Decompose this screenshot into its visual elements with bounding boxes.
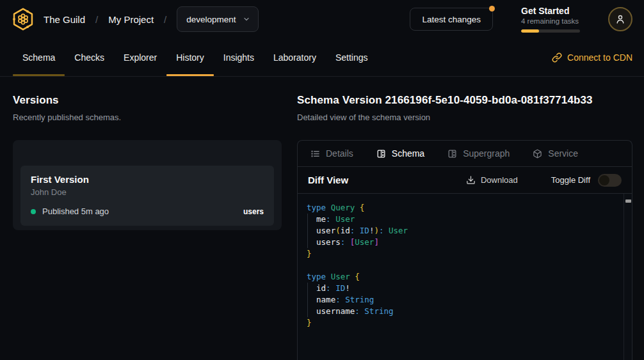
main-content: Versions Recently published schemas. Fir… — [0, 77, 644, 360]
versions-panel: Versions Recently published schemas. Fir… — [13, 94, 282, 360]
get-started-subtitle: 4 remaining tasks — [521, 17, 580, 25]
breadcrumb: The Guild / My Project / — [44, 14, 166, 25]
nav-tab-settings[interactable]: Settings — [326, 38, 378, 76]
version-list-item[interactable]: First Version John Doe Published 5m ago … — [20, 166, 274, 226]
latest-changes-label: Latest changes — [422, 15, 481, 24]
columns-icon — [376, 149, 386, 159]
download-button[interactable]: Download — [466, 175, 518, 185]
version-status-row: Published 5m ago users — [31, 207, 264, 216]
schema-detail-card: Details Schema Supergr — [297, 140, 632, 360]
indent-guide — [307, 283, 308, 317]
scrollbar-thumb[interactable] — [625, 200, 631, 203]
chevron-down-icon — [243, 15, 250, 23]
tab-supergraph[interactable]: Supergraph — [447, 148, 510, 159]
version-status: Published 5m ago — [42, 207, 109, 216]
target-selector-value: development — [186, 15, 236, 24]
toggle-knob — [599, 175, 609, 185]
nav-tab-checks[interactable]: Checks — [65, 38, 114, 76]
download-icon — [466, 175, 476, 185]
schema-code-view: type Query { me: User user(id: ID!): Use… — [298, 194, 632, 360]
progress-fill — [521, 29, 539, 33]
breadcrumb-org[interactable]: The Guild — [44, 14, 85, 25]
code-scrollbar[interactable] — [624, 194, 632, 360]
versions-list-card: First Version John Doe Published 5m ago … — [13, 140, 282, 230]
nav-tab-insights[interactable]: Insights — [214, 38, 264, 76]
hive-honeycomb-logo-icon[interactable] — [10, 6, 36, 32]
cube-icon — [533, 149, 542, 159]
nav-tab-explorer[interactable]: Explorer — [114, 38, 166, 76]
notification-dot — [489, 6, 495, 12]
list-icon — [310, 149, 320, 159]
get-started-widget[interactable]: Get Started 4 remaining tasks — [521, 6, 580, 33]
app-header: The Guild / My Project / development Lat… — [0, 0, 644, 38]
version-author: John Doe — [31, 187, 264, 197]
project-navbar: Schema Checks Explorer History Insights … — [0, 38, 644, 77]
breadcrumb-separator: / — [164, 14, 166, 25]
detail-tabbar: Details Schema Supergr — [298, 141, 632, 167]
code-block[interactable]: type Query { me: User user(id: ID!): Use… — [298, 194, 624, 360]
version-detail-panel: Schema Version 2166196f-5e10-4059-bd0a-0… — [297, 94, 632, 360]
versions-subtitle: Recently published schemas. — [13, 113, 282, 122]
schema-version-title: Schema Version 2166196f-5e10-4059-bd0a-0… — [297, 94, 632, 107]
tab-schema[interactable]: Schema — [376, 148, 424, 159]
breadcrumb-separator: / — [95, 14, 98, 25]
nav-tab-laboratory[interactable]: Laboratory — [264, 38, 326, 76]
toggle-diff-switch[interactable] — [598, 174, 622, 187]
versions-title: Versions — [13, 94, 282, 107]
tab-service[interactable]: Service — [533, 148, 578, 159]
columns-icon — [447, 149, 457, 159]
published-dot-icon — [31, 209, 36, 214]
connect-to-cdn-link[interactable]: Connect to CDN — [552, 38, 632, 76]
diff-view-title: Diff View — [308, 175, 348, 185]
user-avatar[interactable] — [608, 7, 632, 31]
link-icon — [552, 52, 562, 63]
schema-version-subtitle: Detailed view of the schema version — [297, 113, 632, 122]
get-started-title: Get Started — [521, 6, 580, 17]
nav-tab-history[interactable]: History — [166, 38, 214, 76]
download-label: Download — [481, 175, 518, 185]
indent-guide — [307, 214, 308, 248]
target-selector[interactable]: development — [177, 6, 258, 32]
toggle-diff-label: Toggle Diff — [551, 175, 590, 185]
version-title: First Version — [31, 174, 264, 185]
nav-tab-schema[interactable]: Schema — [13, 38, 65, 76]
get-started-progressbar — [521, 29, 580, 33]
diff-view-header: Diff View Download Toggle Diff — [298, 167, 632, 194]
connect-to-cdn-label: Connect to CDN — [567, 52, 632, 63]
service-badge: users — [243, 207, 264, 216]
latest-changes-button[interactable]: Latest changes — [410, 8, 493, 31]
tab-details[interactable]: Details — [310, 148, 353, 159]
person-icon — [615, 13, 626, 25]
breadcrumb-project[interactable]: My Project — [108, 14, 154, 25]
